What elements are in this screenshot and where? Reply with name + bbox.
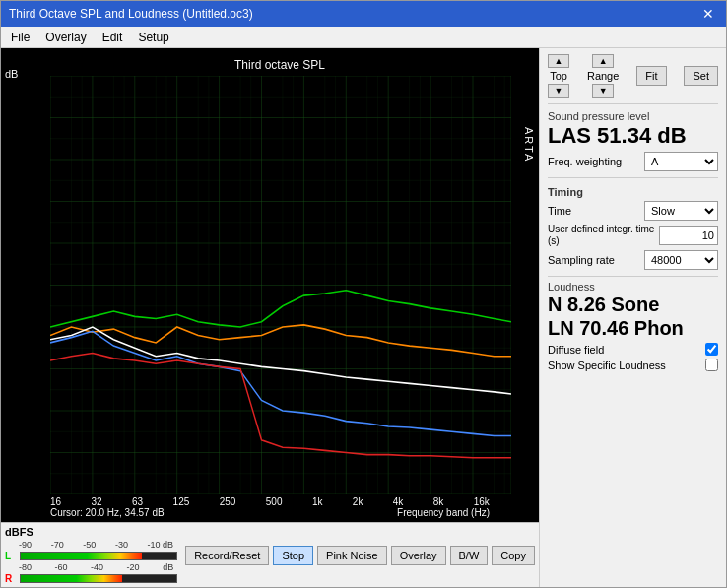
x-tick-1k: 1k (312, 496, 323, 507)
menu-bar: File Overlay Edit Setup (1, 27, 726, 48)
loudness-section: Loudness N 8.26 Sone LN 70.46 Phon Diffu… (548, 276, 718, 371)
l-channel-label: L (5, 551, 17, 561)
spl-section-title: Sound pressure level (548, 110, 718, 122)
spl-section: Sound pressure level LAS 51.34 dB Freq. … (548, 103, 718, 171)
freq-band-label: Frequency band (Hz) (397, 507, 490, 518)
top-label: Top (550, 70, 567, 82)
x-tick-8k: 8k (433, 496, 444, 507)
diffuse-field-row: Diffuse field (548, 343, 718, 356)
top-nav-group: ▲ Top ▼ (548, 54, 569, 98)
tick-r-db: dB (163, 562, 173, 572)
menu-edit[interactable]: Edit (97, 29, 129, 46)
window-title: Third Octave SPL and Loudness (Untitled.… (9, 7, 253, 21)
user-integr-row: User defined integr. time (s) (548, 224, 718, 247)
x-subtitle: Cursor: 20.0 Hz, 34.57 dB Frequency band… (50, 507, 490, 518)
x-tick-4k: 4k (393, 496, 404, 507)
r-meter-fill (21, 575, 122, 582)
set-nav-group: Set (684, 65, 718, 87)
loudness-n-value: N 8.26 Sone (548, 293, 718, 316)
fit-button[interactable]: Fit (636, 66, 666, 86)
x-labels: 16 32 63 125 250 500 1k 2k 4k 8k 16k (50, 496, 490, 507)
main-content: dB Third octave SPL ARTA (1, 48, 726, 587)
diffuse-field-checkbox[interactable] (705, 343, 718, 356)
set-button[interactable]: Set (684, 66, 718, 86)
x-tick-500: 500 (266, 496, 283, 507)
meter-rows: -90 -70 -50 -30 -10 dB L (5, 540, 177, 584)
time-select[interactable]: Fast Slow Impulse (644, 201, 718, 221)
nav-buttons: ▲ Top ▼ ▲ Range ▼ Fit Set (548, 54, 718, 98)
tick-m90: -90 (19, 540, 32, 550)
x-axis-area: 16 32 63 125 250 500 1k 2k 4k 8k 16k Cur… (1, 494, 539, 522)
time-row: Time Fast Slow Impulse (548, 201, 718, 221)
timing-section: Timing Time Fast Slow Impulse User defin… (548, 177, 718, 270)
menu-overlay[interactable]: Overlay (39, 29, 92, 46)
bottom-buttons: Record/Reset Stop Pink Noise Overlay B/W… (181, 523, 539, 587)
close-button[interactable]: ✕ (698, 6, 718, 22)
freq-weighting-label: Freq. weighting (548, 156, 622, 167)
meter-ticks-l: -90 -70 -50 -30 -10 dB (19, 540, 177, 550)
tick-m70: -70 (51, 540, 64, 550)
tick-m30: -30 (115, 540, 128, 550)
title-bar: Third Octave SPL and Loudness (Untitled.… (1, 1, 726, 27)
range-down-button[interactable]: ▼ (592, 84, 614, 98)
bw-button[interactable]: B/W (450, 546, 489, 565)
x-tick-16: 16 (50, 496, 61, 507)
fit-nav-group: Fit (636, 65, 666, 87)
spl-value: LAS 51.34 dB (548, 124, 718, 148)
chart-container: dB Third octave SPL ARTA (1, 48, 539, 494)
freq-weighting-select[interactable]: A B C Z (644, 152, 718, 171)
top-down-button[interactable]: ▼ (548, 84, 569, 98)
arta-label: ARTA (523, 127, 535, 163)
range-nav-group: ▲ Range ▼ (587, 54, 619, 98)
loudness-ln-value: LN 70.46 Phon (548, 316, 718, 340)
user-integr-label: User defined integr. time (s) (548, 224, 659, 247)
chart-svg: 100.0 90.0 80.0 70.0 60.0 50.0 40.0 30.0… (50, 76, 511, 494)
menu-setup[interactable]: Setup (132, 29, 174, 46)
timing-header: Timing (548, 186, 718, 198)
user-integr-input[interactable] (659, 226, 718, 245)
tick-r-m20: -20 (127, 562, 140, 572)
show-specific-row: Show Specific Loudness (548, 359, 718, 371)
record-reset-button[interactable]: Record/Reset (185, 546, 269, 565)
range-up-button[interactable]: ▲ (592, 54, 614, 68)
l-channel-row: L (5, 551, 177, 561)
dbfs-header: dBFS (5, 526, 177, 538)
r-channel-label: R (5, 573, 17, 584)
right-panel: ▲ Top ▼ ▲ Range ▼ Fit Set Sound press (539, 48, 726, 587)
tick-m10: -10 dB (148, 540, 174, 550)
x-tick-63: 63 (132, 496, 143, 507)
tick-r-m80: -80 (19, 562, 32, 572)
chart-area: dB Third octave SPL ARTA (1, 48, 539, 587)
range-label: Range (587, 70, 619, 82)
dbfs-meters: dBFS -90 -70 -50 -30 -10 dB L (1, 523, 181, 587)
sampling-rate-label: Sampling rate (548, 254, 644, 266)
tick-r-m60: -60 (55, 562, 68, 572)
stop-button[interactable]: Stop (273, 546, 313, 565)
main-window: Third Octave SPL and Loudness (Untitled.… (0, 0, 727, 588)
loudness-title: Loudness (548, 281, 718, 293)
show-specific-label: Show Specific Loudness (548, 359, 666, 371)
time-label: Time (548, 205, 644, 217)
r-meter-bar (20, 574, 177, 583)
l-meter-bar (20, 552, 177, 560)
x-tick-2k: 2k (353, 496, 364, 507)
freq-weighting-row: Freq. weighting A B C Z (548, 152, 718, 171)
menu-file[interactable]: File (5, 29, 35, 46)
pink-noise-button[interactable]: Pink Noise (317, 546, 387, 565)
top-up-button[interactable]: ▲ (548, 54, 569, 68)
copy-button[interactable]: Copy (492, 546, 535, 565)
dbfs-label: dBFS (5, 526, 33, 538)
sampling-rate-select[interactable]: 44100 48000 96000 (644, 250, 718, 270)
tick-m50: -50 (83, 540, 96, 550)
x-tick-250: 250 (220, 496, 236, 507)
x-tick-32: 32 (92, 496, 102, 507)
show-specific-checkbox[interactable] (705, 359, 718, 371)
sampling-rate-row: Sampling rate 44100 48000 96000 (548, 250, 718, 270)
r-channel-row: R (5, 573, 177, 584)
l-meter-fill (21, 553, 142, 559)
x-tick-125: 125 (173, 496, 190, 507)
chart-title: Third octave SPL (50, 54, 509, 76)
cursor-info: Cursor: 20.0 Hz, 34.57 dB (50, 507, 165, 518)
overlay-button[interactable]: Overlay (391, 546, 446, 565)
diffuse-field-label: Diffuse field (548, 344, 604, 356)
